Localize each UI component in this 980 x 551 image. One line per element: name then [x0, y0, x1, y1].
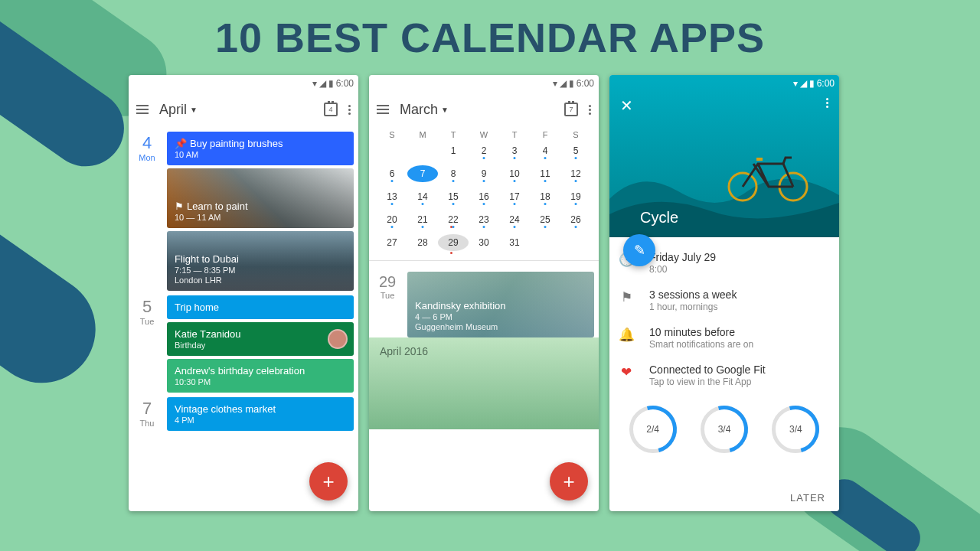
calendar-cell[interactable]: 4	[530, 145, 560, 156]
calendar-cell[interactable]: 22	[438, 214, 469, 225]
progress-ring: 2/4	[629, 406, 677, 453]
progress-rings: 2/4 3/4 3/4	[609, 406, 839, 453]
month-header-label: April 2016	[380, 345, 428, 357]
calendar-cell[interactable]: 13	[377, 191, 407, 202]
calendar-cell[interactable]: 17	[499, 191, 530, 202]
close-icon[interactable]: ✕	[620, 96, 633, 115]
calendar-cell[interactable]: 11	[530, 168, 560, 179]
today-icon[interactable]: 4	[324, 103, 338, 116]
event-card[interactable]: ⚑Learn to paint 10 — 11 AM	[167, 168, 354, 228]
event-card[interactable]: Vintage clothes market 4 PM	[167, 397, 354, 431]
bell-icon: 🔔	[617, 326, 635, 343]
event-card[interactable]: Trip home	[167, 295, 354, 319]
calendar-cell[interactable]: 6	[377, 168, 407, 179]
calendar-cell[interactable]: 16	[469, 191, 499, 202]
detail-row[interactable]: 🔔 10 minutes beforeSmart notifications a…	[617, 326, 831, 350]
signal-icon: ◢	[319, 78, 326, 89]
calendar-cell[interactable]: 15	[438, 191, 469, 202]
month-dropdown[interactable]: March▼	[400, 102, 449, 118]
overflow-menu-icon[interactable]	[348, 105, 351, 115]
today-icon[interactable]: 7	[564, 103, 578, 116]
event-card[interactable]: 📌Buy painting brushes 10 AM	[167, 132, 354, 165]
calendar-cell[interactable]: 25	[530, 214, 560, 225]
date-label: 7 Thu	[133, 397, 161, 431]
date-label: 29 Tue	[374, 272, 401, 337]
calendar-cell[interactable]: 19	[560, 191, 591, 202]
calendar-cell[interactable]: 12	[560, 168, 591, 179]
calendar-cell[interactable]: 23	[469, 214, 499, 225]
calendar-cell[interactable]: 7	[407, 165, 438, 182]
pencil-icon: ✎	[634, 242, 645, 259]
wifi-icon: ▾	[793, 78, 798, 89]
calendar-cell[interactable]: 10	[499, 168, 530, 179]
bicycle-icon	[726, 148, 810, 202]
battery-icon: ▮	[809, 78, 815, 89]
fab-edit-button[interactable]: ✎	[623, 234, 655, 266]
progress-ring: 3/4	[701, 406, 748, 453]
calendar-cell[interactable]: 26	[560, 214, 591, 225]
wifi-icon: ▾	[312, 78, 317, 89]
calendar-cell[interactable]: 9	[469, 168, 499, 179]
overflow-menu-icon[interactable]	[826, 98, 828, 108]
status-bar: ▾ ◢ ▮ 6:00	[609, 75, 839, 92]
progress-ring: 3/4	[772, 406, 819, 453]
status-bar: ▾ ◢ ▮ 6:00	[369, 75, 599, 92]
app-bar: April▼ 4	[129, 92, 358, 127]
calendar-cell[interactable]: 20	[377, 214, 407, 225]
event-card[interactable]: Andrew's birthday celebration 10:30 PM	[167, 359, 354, 393]
calendar-cell[interactable]: 3	[499, 145, 530, 156]
plus-icon: +	[563, 470, 574, 494]
overflow-menu-icon[interactable]	[589, 105, 591, 115]
pin-icon: 📌	[175, 138, 187, 149]
event-card[interactable]: Flight to Dubai 7:15 — 8:35 PM London LH…	[167, 231, 354, 291]
calendar-cell[interactable]: 29	[438, 234, 469, 251]
phone-screenshot-1: ▾ ◢ ▮ 6:00 April▼ 4 4 Mon 📌Buy painting …	[129, 75, 358, 511]
heart-icon: ❤	[617, 364, 635, 380]
calendar-cell[interactable]: 30	[469, 237, 499, 248]
event-card[interactable]: Katie Tzanidou Birthday	[167, 322, 354, 356]
event-card[interactable]: Kandinsky exhibition 4 — 6 PM Guggenheim…	[407, 272, 594, 337]
calendar-cell[interactable]: 18	[530, 191, 560, 202]
goal-header: ▾ ◢ ▮ 6:00 ✕ Cycle	[609, 75, 839, 237]
date-label: 4 Mon	[133, 132, 161, 291]
month-dropdown[interactable]: April▼	[159, 102, 198, 118]
phone-screenshot-3: ▾ ◢ ▮ 6:00 ✕ Cycle ✎ 🕑 Friday July 298:0…	[609, 75, 839, 511]
wifi-icon: ▾	[553, 78, 557, 89]
calendar-cell[interactable]: 31	[499, 237, 530, 248]
calendar-cell[interactable]: 2	[469, 145, 499, 156]
calendar-cell[interactable]: 28	[407, 237, 438, 248]
calendar-cell[interactable]: 14	[407, 191, 438, 202]
app-bar: March▼ 7	[369, 92, 599, 127]
decor-pill	[0, 132, 116, 404]
battery-icon: ▮	[569, 78, 574, 89]
later-button[interactable]: LATER	[790, 492, 825, 504]
menu-icon[interactable]	[377, 105, 389, 114]
detail-row[interactable]: ❤ Connected to Google FitTap to view in …	[617, 364, 831, 387]
status-bar: ▾ ◢ ▮ 6:00	[129, 75, 358, 92]
avatar	[328, 329, 348, 349]
signal-icon: ◢	[560, 78, 567, 89]
chevron-down-icon: ▼	[190, 106, 198, 114]
goal-title: Cycle	[640, 209, 678, 227]
signal-icon: ◢	[800, 78, 807, 89]
fab-add-button[interactable]: +	[550, 462, 588, 500]
calendar-cell[interactable]: 24	[499, 214, 530, 225]
calendar-cell[interactable]: 27	[377, 237, 407, 248]
status-time: 6:00	[577, 78, 594, 89]
date-label: 5 Tue	[133, 295, 161, 393]
fab-add-button[interactable]: +	[309, 462, 348, 500]
phone-screenshot-2: ▾ ◢ ▮ 6:00 March▼ 7 SMTWTFS 123456789101…	[369, 75, 599, 511]
calendar-grid[interactable]: 1234567891011121314151617181920212223242…	[369, 139, 599, 254]
calendar-cell[interactable]: 21	[407, 214, 438, 225]
divider	[369, 260, 599, 261]
detail-row[interactable]: ⚑ 3 sessions a week1 hour, mornings	[617, 289, 831, 312]
status-time: 6:00	[336, 78, 354, 89]
calendar-cell[interactable]: 5	[560, 145, 591, 156]
calendar-cell[interactable]: 8	[438, 168, 469, 179]
calendar-cell[interactable]: 1	[438, 145, 469, 156]
flag-icon: ⚑	[175, 201, 184, 212]
month-illustration: April 2016	[369, 337, 599, 429]
page-title: 10 BEST CALENDAR APPS	[0, 14, 980, 61]
menu-icon[interactable]	[136, 105, 149, 114]
plus-icon: +	[322, 470, 334, 494]
